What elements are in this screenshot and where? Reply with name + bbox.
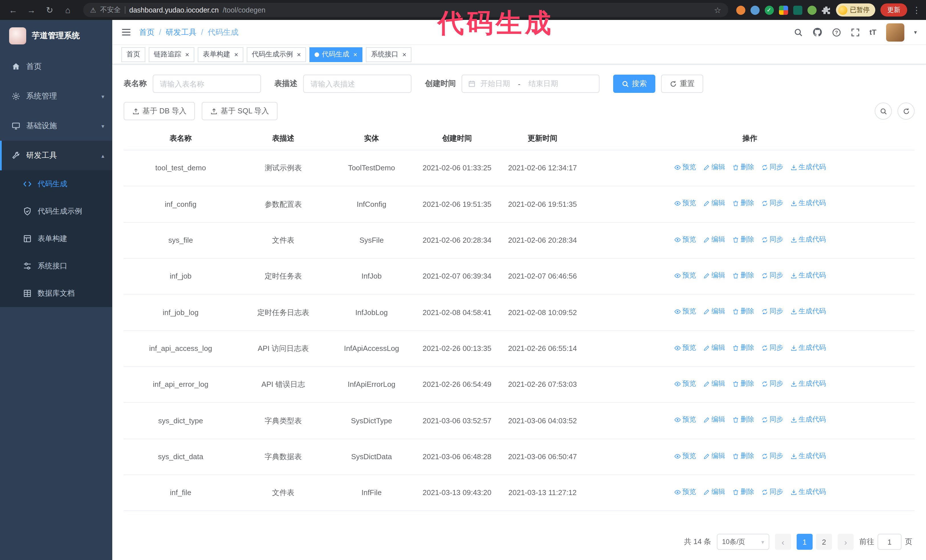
edit-link[interactable]: 编辑 <box>703 342 725 353</box>
sidebar-item-form-builder[interactable]: 表单构建 <box>0 225 112 252</box>
tab-item[interactable]: 代码生成× <box>309 47 362 62</box>
font-size-icon[interactable]: tT <box>869 28 876 36</box>
sidebar-item-system-api[interactable]: 系统接口 <box>0 252 112 280</box>
sync-link[interactable]: 同步 <box>761 234 783 245</box>
tab-item[interactable]: 系统接口× <box>366 47 412 62</box>
caret-down-icon[interactable]: ▾ <box>914 29 917 35</box>
generate-code-link[interactable]: 生成代码 <box>790 450 826 462</box>
preview-link[interactable]: 预览 <box>674 162 696 173</box>
delete-link[interactable]: 删除 <box>732 198 754 209</box>
page-size-select[interactable]: 10条/页 ▾ <box>717 534 769 550</box>
table-desc-input[interactable] <box>303 75 412 93</box>
sidebar-item-system[interactable]: 系统管理 ▾ <box>0 82 112 111</box>
tab-close-icon[interactable]: × <box>353 51 357 58</box>
generate-code-link[interactable]: 生成代码 <box>790 378 826 389</box>
preview-link[interactable]: 预览 <box>674 450 696 462</box>
import-db-button[interactable]: 基于 DB 导入 <box>124 102 195 120</box>
toggle-search-button[interactable] <box>875 103 892 120</box>
sidebar-item-devtools[interactable]: 研发工具 ▴ <box>0 141 112 171</box>
goto-page-input[interactable] <box>878 534 902 550</box>
refresh-table-button[interactable] <box>897 103 915 120</box>
generate-code-link[interactable]: 生成代码 <box>790 234 826 245</box>
prev-page-button[interactable]: ‹ <box>775 534 791 550</box>
breadcrumb-home[interactable]: 首页 <box>139 27 154 37</box>
next-page-button[interactable]: › <box>838 534 853 550</box>
sidebar-item-home[interactable]: 首页 <box>0 52 112 82</box>
delete-link[interactable]: 删除 <box>732 342 754 353</box>
sync-link[interactable]: 同步 <box>761 378 783 389</box>
delete-link[interactable]: 删除 <box>732 414 754 426</box>
sidebar-item-infrastructure[interactable]: 基础设施 ▾ <box>0 111 112 141</box>
sidebar-item-db-docs[interactable]: 数据库文档 <box>0 280 112 307</box>
preview-link[interactable]: 预览 <box>674 486 696 498</box>
extension-icon[interactable] <box>750 5 759 15</box>
sync-link[interactable]: 同步 <box>761 198 783 209</box>
reset-button[interactable]: 重置 <box>661 75 703 93</box>
preview-link[interactable]: 预览 <box>674 378 696 389</box>
sync-link[interactable]: 同步 <box>761 450 783 462</box>
sync-link[interactable]: 同步 <box>761 486 783 498</box>
extensions-puzzle-icon[interactable] <box>822 5 831 15</box>
preview-link[interactable]: 预览 <box>674 198 696 209</box>
reload-icon[interactable]: ↻ <box>42 0 57 20</box>
import-sql-button[interactable]: 基于 SQL 导入 <box>202 102 278 120</box>
edit-link[interactable]: 编辑 <box>703 486 725 498</box>
preview-link[interactable]: 预览 <box>674 414 696 426</box>
generate-code-link[interactable]: 生成代码 <box>790 270 826 281</box>
page-button-2[interactable]: 2 <box>816 534 832 550</box>
tab-close-icon[interactable]: × <box>185 51 189 58</box>
profile-paused-badge[interactable]: 已暂停 <box>836 3 875 17</box>
generate-code-link[interactable]: 生成代码 <box>790 414 826 426</box>
preview-link[interactable]: 预览 <box>674 306 696 318</box>
sidebar-item-codegen[interactable]: 代码生成 <box>0 171 112 198</box>
generate-code-link[interactable]: 生成代码 <box>790 306 826 318</box>
delete-link[interactable]: 删除 <box>732 450 754 462</box>
sidebar-item-codegen-example[interactable]: 代码生成示例 <box>0 198 112 225</box>
delete-link[interactable]: 删除 <box>732 306 754 318</box>
tab-close-icon[interactable]: × <box>402 51 406 58</box>
update-button[interactable]: 更新 <box>881 3 907 17</box>
table-name-input[interactable] <box>153 75 261 93</box>
menu-dots-icon[interactable]: ⋮ <box>912 0 920 20</box>
back-icon[interactable]: ← <box>6 0 21 20</box>
preview-link[interactable]: 预览 <box>674 234 696 245</box>
edit-link[interactable]: 编辑 <box>703 270 725 281</box>
edit-link[interactable]: 编辑 <box>703 306 725 318</box>
edit-link[interactable]: 编辑 <box>703 414 725 426</box>
edit-link[interactable]: 编辑 <box>703 450 725 462</box>
edit-link[interactable]: 编辑 <box>703 198 725 209</box>
edit-link[interactable]: 编辑 <box>703 162 725 173</box>
search-icon[interactable] <box>793 28 803 37</box>
extension-icon[interactable] <box>793 5 802 15</box>
edit-link[interactable]: 编辑 <box>703 378 725 389</box>
search-button[interactable]: 搜索 <box>613 75 655 93</box>
home-icon[interactable]: ⌂ <box>61 0 75 20</box>
extension-icon[interactable] <box>807 5 816 15</box>
sync-link[interactable]: 同步 <box>761 414 783 426</box>
bookmark-star-icon[interactable]: ☆ <box>714 5 721 15</box>
sync-link[interactable]: 同步 <box>761 342 783 353</box>
tab-item[interactable]: 链路追踪× <box>149 47 194 62</box>
user-avatar[interactable] <box>886 23 904 41</box>
forward-icon[interactable]: → <box>24 0 39 20</box>
date-range-input[interactable]: 开始日期 - 结束日期 <box>461 75 599 93</box>
hamburger-icon[interactable] <box>121 27 131 37</box>
delete-link[interactable]: 删除 <box>732 270 754 281</box>
page-button-1[interactable]: 1 <box>797 534 813 550</box>
tab-close-icon[interactable]: × <box>234 51 238 58</box>
generate-code-link[interactable]: 生成代码 <box>790 342 826 353</box>
tab-close-icon[interactable]: × <box>297 51 301 58</box>
delete-link[interactable]: 删除 <box>732 378 754 389</box>
sync-link[interactable]: 同步 <box>761 162 783 173</box>
extension-icon[interactable] <box>779 5 788 15</box>
generate-code-link[interactable]: 生成代码 <box>790 162 826 173</box>
github-icon[interactable] <box>812 27 822 37</box>
tab-item[interactable]: 表单构建× <box>198 47 243 62</box>
delete-link[interactable]: 删除 <box>732 234 754 245</box>
tab-item[interactable]: 首页 <box>121 47 145 62</box>
preview-link[interactable]: 预览 <box>674 342 696 353</box>
extension-icon[interactable] <box>764 5 773 15</box>
sync-link[interactable]: 同步 <box>761 306 783 318</box>
help-icon[interactable]: ? <box>832 28 841 37</box>
extension-icon[interactable] <box>736 5 745 15</box>
